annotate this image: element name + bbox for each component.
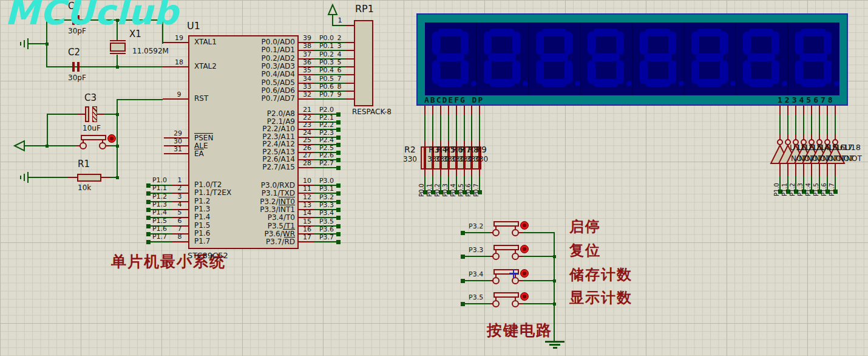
mcu-value: STC89C52 (188, 252, 228, 259)
wire (299, 167, 314, 168)
net-label: P2.2 (317, 121, 336, 129)
button-actuator-icon[interactable] (107, 134, 116, 143)
key-button[interactable] (493, 221, 519, 227)
resistor-value: 330 (474, 156, 488, 163)
wire (314, 98, 346, 100)
net-label: P3.4 (469, 270, 493, 278)
pin-name: P3.7/ (266, 238, 284, 246)
net-label-vertical: P0.7 (472, 163, 480, 197)
wire (424, 115, 426, 141)
net-label: P2.0 (317, 106, 336, 114)
button-actuator-icon[interactable] (520, 221, 529, 230)
segment (691, 32, 699, 55)
net-label: P3.1 (317, 185, 336, 193)
button-actuator-icon[interactable] (520, 269, 529, 278)
net-terminal (336, 135, 341, 140)
junction-dot (116, 113, 119, 116)
pin-name: P0.4/AD4 (200, 70, 295, 78)
resistor-ref: R2 (404, 146, 416, 154)
pin-number: 17 (301, 233, 313, 241)
mcuclub-logo: MCUclub (5, 9, 179, 16)
wire (104, 114, 117, 115)
pin-number: 32 (301, 91, 313, 98)
net-terminal (336, 208, 341, 212)
pin-name-group: P3.3/INT1 (202, 205, 295, 214)
segment (799, 53, 827, 61)
pin-number: 11 (301, 185, 313, 193)
segment (432, 32, 440, 55)
pin-number: 29 (171, 129, 185, 137)
pin-name: P3.0/RXD (261, 181, 295, 190)
wire (346, 25, 354, 26)
wire (554, 232, 555, 341)
segment (540, 53, 568, 61)
segment (645, 79, 671, 87)
pin-name: P0.3/AD3 (200, 63, 295, 70)
wire (68, 177, 77, 178)
pin-number: 7 (174, 225, 186, 233)
wire (787, 115, 788, 134)
wire (545, 341, 565, 343)
pin-name: P0.2/AD2 (200, 55, 295, 63)
pin-number-rp: 9 (335, 91, 344, 98)
pin-name: P2.7/A15 (200, 163, 295, 171)
reset-button[interactable] (81, 135, 106, 140)
schematic-canvas: 单片机最小系统 按键电路 MCUclub U1STC89C5219XTAL118… (0, 0, 868, 356)
shape (328, 5, 337, 15)
rp1-value: RESPACK-8 (352, 108, 392, 116)
pin-number: 14 (301, 209, 313, 217)
pin-number: 10 (301, 177, 313, 185)
net-label-vertical: P1.7 (828, 162, 835, 196)
net-label: P1.2 (149, 193, 170, 200)
wire (779, 106, 781, 115)
wire (117, 55, 118, 67)
wire (299, 241, 314, 242)
segment (743, 32, 751, 55)
decimal-point (471, 81, 476, 86)
shape (15, 141, 24, 151)
segment (489, 29, 515, 36)
net-terminal (461, 279, 465, 283)
capacitor-c3-plate (85, 106, 89, 122)
pin-number-rp: 7 (335, 75, 344, 83)
wire (346, 74, 354, 75)
wire (47, 145, 76, 146)
key-button[interactable] (493, 292, 519, 298)
net-terminal (336, 128, 341, 132)
button-actuator-icon[interactable] (520, 292, 529, 301)
wire (101, 177, 110, 178)
net-label-vertical: P0.2 (433, 163, 441, 197)
button-actuator-icon[interactable] (520, 245, 529, 253)
wire (47, 114, 48, 146)
wire (827, 115, 828, 134)
pin-number: 27 (301, 151, 313, 159)
wire (811, 106, 812, 115)
segment (438, 29, 463, 36)
key-button[interactable] (493, 245, 519, 250)
net-label: P3.3 (469, 246, 493, 254)
net-label: P2.6 (317, 151, 336, 159)
net-label: P1.7 (149, 233, 170, 241)
capacitor-c2 (77, 62, 80, 72)
wire (456, 106, 457, 115)
wire (346, 91, 354, 92)
button-terminal (512, 253, 519, 260)
segment (541, 79, 567, 87)
cursor-crosshair (509, 273, 518, 274)
segment (697, 29, 722, 36)
wire (24, 145, 47, 146)
pin-number-rp: 6 (335, 66, 344, 74)
button-terminal (80, 142, 87, 149)
net-label-vertical: P1.5 (812, 162, 819, 196)
net-label-vertical: P0.1 (426, 163, 433, 197)
segment (748, 79, 774, 87)
resistor-ref: R9 (475, 146, 487, 154)
segment (645, 29, 671, 36)
wire (795, 106, 796, 115)
wire (523, 280, 554, 281)
wire (27, 38, 29, 49)
junction-dot (553, 255, 556, 258)
wire (47, 114, 78, 115)
wire (346, 42, 354, 43)
wire (47, 66, 163, 67)
